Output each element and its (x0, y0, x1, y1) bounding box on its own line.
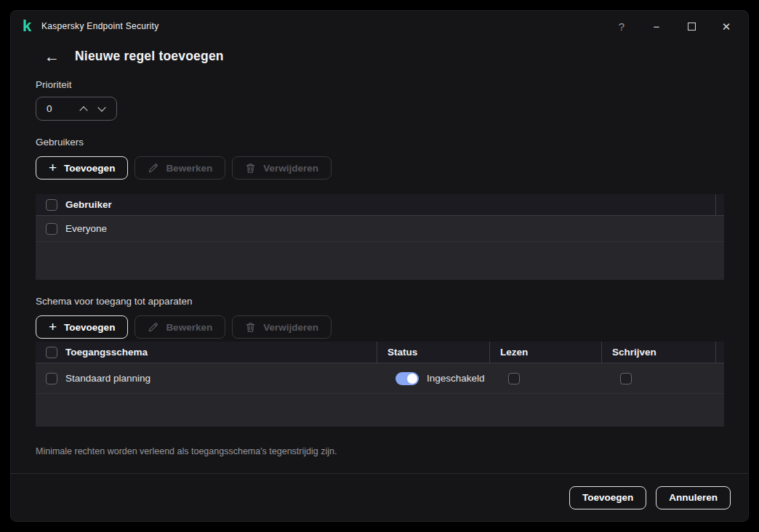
status-cell: Ingeschakeld (385, 363, 498, 393)
window-controls: ? − ✕ (611, 17, 736, 36)
plus-icon: + (49, 161, 57, 174)
dialog-content: ← Nieuwe regel toevoegen Prioriteit 0 Ge… (11, 39, 748, 473)
status-toggle[interactable] (395, 372, 419, 385)
access-table-header-row: Toegangsschema Status Lezen Schrijven (36, 342, 724, 363)
chevron-down-icon (97, 103, 105, 111)
footer-bar: Toevoegen Annuleren (11, 473, 748, 521)
access-toolbar: + Toevoegen Bewerken Verwijderen (36, 315, 723, 339)
status-column-title: Status (387, 347, 417, 358)
read-checkbox[interactable] (508, 373, 520, 384)
minimize-button[interactable]: − (646, 17, 667, 36)
page-header: ← Nieuwe regel toevoegen (44, 45, 723, 67)
users-add-label: Toevoegen (64, 163, 115, 174)
conflict-note: Minimale rechten worden verleend als toe… (36, 446, 723, 456)
users-table-empty-area (36, 242, 724, 280)
pencil-icon (148, 163, 158, 174)
priority-label: Prioriteit (36, 80, 723, 90)
users-table: Gebruiker Everyone (36, 194, 724, 280)
access-add-button[interactable]: + Toevoegen (36, 315, 128, 339)
users-edit-label: Bewerken (166, 163, 212, 174)
page-title: Nieuwe regel toevoegen (75, 49, 224, 64)
access-header-write: Schrijven (601, 342, 715, 363)
close-button[interactable]: ✕ (716, 17, 736, 36)
priority-increment-button[interactable] (74, 97, 92, 120)
schema-cell: Standaard planning (36, 363, 385, 393)
maximize-icon (688, 23, 696, 31)
users-table-header-cell: Gebruiker (36, 194, 715, 215)
app-window: k Kaspersky Endpoint Security ? − ✕ ← Ni… (10, 10, 749, 522)
access-header-read: Lezen (489, 342, 601, 363)
priority-decrement-button[interactable] (92, 97, 111, 120)
cancel-button[interactable]: Annuleren (656, 486, 731, 509)
access-delete-button[interactable]: Verwijderen (232, 315, 332, 339)
users-delete-label: Verwijderen (263, 163, 318, 174)
users-column-title: Gebruiker (65, 199, 112, 210)
users-toolbar: + Toevoegen Bewerken Verwijderen (36, 156, 723, 180)
schema-name: Standaard planning (65, 373, 150, 384)
trash-icon (245, 322, 256, 333)
read-cell (498, 363, 610, 393)
access-table-gutter (715, 342, 724, 363)
access-table: Toegangsschema Status Lezen Schrijven St… (36, 342, 724, 427)
user-row-checkbox[interactable] (46, 223, 57, 235)
pencil-icon (148, 322, 158, 333)
user-cell: Everyone (36, 216, 724, 241)
access-table-empty-area (36, 394, 724, 427)
priority-spinner[interactable]: 0 (36, 97, 117, 121)
access-edit-label: Bewerken (166, 322, 212, 333)
schema-column-title: Toegangsschema (65, 347, 148, 358)
users-delete-button[interactable]: Verwijderen (232, 156, 332, 180)
submit-button[interactable]: Toevoegen (569, 486, 646, 509)
priority-value[interactable]: 0 (47, 103, 74, 114)
user-name: Everyone (65, 223, 107, 234)
write-checkbox[interactable] (620, 373, 632, 384)
back-button[interactable]: ← (44, 49, 60, 64)
users-table-gutter (715, 194, 724, 215)
access-add-label: Toevoegen (64, 322, 115, 333)
titlebar: k Kaspersky Endpoint Security ? − ✕ (11, 11, 748, 39)
access-header-status: Status (377, 342, 489, 363)
maximize-button[interactable] (681, 17, 702, 36)
access-delete-label: Verwijderen (263, 322, 318, 333)
schema-row-checkbox[interactable] (46, 373, 57, 384)
access-select-all-checkbox[interactable] (46, 347, 57, 358)
chevron-up-icon (79, 106, 87, 114)
toggle-knob (407, 374, 417, 384)
users-select-all-checkbox[interactable] (46, 199, 57, 211)
status-label: Ingeschakeld (427, 373, 485, 384)
table-row[interactable]: Standaard planning Ingeschakeld (36, 363, 724, 394)
help-button[interactable]: ? (611, 17, 632, 36)
users-table-header-row: Gebruiker (36, 194, 724, 216)
kaspersky-logo-icon: k (23, 18, 41, 34)
plus-icon: + (49, 320, 57, 334)
access-header-schema: Toegangsschema (36, 342, 377, 363)
app-title: Kaspersky Endpoint Security (41, 21, 159, 31)
trash-icon (245, 163, 256, 174)
users-add-button[interactable]: + Toevoegen (36, 156, 128, 180)
write-column-title: Schrijven (612, 347, 656, 358)
access-section-label: Schema voor toegang tot apparaten (36, 297, 723, 307)
users-edit-button[interactable]: Bewerken (134, 156, 225, 180)
table-row[interactable]: Everyone (36, 216, 724, 242)
users-section-label: Gebruikers (36, 137, 723, 148)
write-cell (610, 363, 724, 393)
read-column-title: Lezen (500, 347, 528, 358)
access-edit-button[interactable]: Bewerken (134, 315, 225, 339)
